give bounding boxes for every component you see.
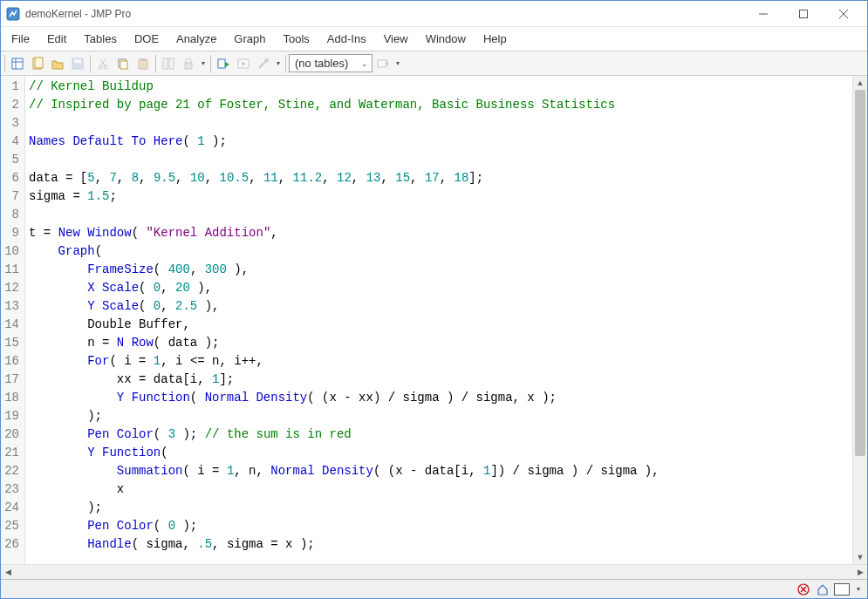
paste-icon[interactable] <box>133 54 153 73</box>
code-line[interactable] <box>29 114 852 133</box>
lock-icon[interactable] <box>179 54 198 73</box>
svg-rect-19 <box>140 58 146 61</box>
code-line[interactable]: Summation( i = 1, n, Normal Density( (x … <box>29 462 852 480</box>
maximize-button[interactable] <box>783 1 824 27</box>
line-number: 26 <box>1 535 19 554</box>
line-number: 19 <box>1 407 19 425</box>
line-number: 2 <box>1 96 19 114</box>
code-line[interactable] <box>29 206 852 224</box>
code-line[interactable]: ); <box>29 407 852 425</box>
code-line[interactable]: Handle( sigma, .5, sigma = x ); <box>29 535 852 554</box>
svg-rect-21 <box>169 58 174 69</box>
menu-tables[interactable]: Tables <box>75 29 126 49</box>
script-editor[interactable]: 1234567891011121314151617181920212223242… <box>1 76 867 564</box>
code-line[interactable]: FrameSize( 400, 300 ), <box>29 261 852 279</box>
svg-rect-9 <box>35 58 43 68</box>
code-line[interactable]: Pen Color( 3 ); // the sum is in red <box>29 425 852 444</box>
menu-view[interactable]: View <box>375 29 417 49</box>
svg-rect-23 <box>218 59 225 68</box>
scroll-left-arrow[interactable]: ◀ <box>1 565 15 580</box>
tables-combo-label: (no tables) <box>295 57 348 70</box>
copy-icon[interactable] <box>113 54 133 73</box>
line-number: 21 <box>1 444 19 462</box>
line-number-gutter: 1234567891011121314151617181920212223242… <box>1 76 25 564</box>
menu-addins[interactable]: Add-Ins <box>318 29 375 49</box>
code-line[interactable]: X Scale( 0, 20 ), <box>29 279 852 297</box>
code-line[interactable]: For( i = 1, i <= n, i++, <box>29 352 852 371</box>
code-line[interactable]: n = N Row( data ); <box>29 334 852 352</box>
svg-rect-11 <box>74 59 81 63</box>
menu-graph[interactable]: Graph <box>225 29 274 49</box>
menu-doe[interactable]: DOE <box>126 29 167 49</box>
svg-point-26 <box>242 62 245 65</box>
code-line[interactable]: x <box>29 480 852 499</box>
svg-line-27 <box>259 59 268 68</box>
line-number: 25 <box>1 517 19 535</box>
save-icon[interactable] <box>68 54 87 73</box>
titlebar: demoKernel - JMP Pro <box>1 1 867 27</box>
menu-edit[interactable]: Edit <box>38 29 75 49</box>
new-data-table-icon[interactable] <box>8 54 27 73</box>
stop-icon[interactable] <box>254 54 273 73</box>
close-button[interactable] <box>824 1 864 27</box>
svg-rect-20 <box>163 58 167 69</box>
window-list-icon[interactable] <box>834 583 850 596</box>
code-line[interactable]: Graph( <box>29 242 852 261</box>
line-number: 20 <box>1 425 19 444</box>
minimize-button[interactable] <box>743 1 783 27</box>
cut-icon[interactable] <box>93 54 113 73</box>
chevron-down-icon: ⌄ <box>361 59 368 68</box>
vertical-scrollbar[interactable]: ▲ ▼ <box>852 76 867 564</box>
tables-combo[interactable]: (no tables) ⌄ <box>289 54 372 72</box>
scroll-right-arrow[interactable]: ▶ <box>853 565 867 580</box>
code-line[interactable]: // Kernel Buildup <box>29 78 852 96</box>
line-number: 16 <box>1 352 19 371</box>
menu-analyze[interactable]: Analyze <box>167 29 225 49</box>
line-number: 4 <box>1 133 19 151</box>
line-number: 22 <box>1 462 19 480</box>
error-status-icon[interactable] <box>796 582 811 597</box>
run-script-icon[interactable] <box>214 54 233 73</box>
scroll-down-arrow[interactable]: ▼ <box>853 550 867 564</box>
code-content[interactable]: // Kernel Buildup// Inspired by page 21 … <box>25 76 852 564</box>
table-action-icon[interactable] <box>373 54 393 73</box>
code-line[interactable]: // Inspired by page 21 of Foster, Stine,… <box>29 96 852 114</box>
code-line[interactable] <box>29 151 852 169</box>
line-number: 15 <box>1 334 19 352</box>
code-line[interactable]: sigma = 1.5; <box>29 187 852 206</box>
code-line[interactable]: Pen Color( 0 ); <box>29 517 852 535</box>
code-line[interactable]: Names Default To Here( 1 ); <box>29 133 852 151</box>
open-icon[interactable] <box>48 54 67 73</box>
menu-help[interactable]: Help <box>475 29 516 49</box>
code-line[interactable]: data = [5, 7, 8, 9.5, 10, 10.5, 11, 11.2… <box>29 169 852 187</box>
code-line[interactable]: xx = data[i, 1]; <box>29 371 852 389</box>
code-line[interactable]: ); <box>29 499 852 517</box>
menu-window[interactable]: Window <box>417 29 475 49</box>
horizontal-scrollbar[interactable]: ◀ ▶ <box>1 564 867 579</box>
menu-file[interactable]: File <box>3 29 38 49</box>
code-line[interactable]: Double Buffer, <box>29 316 852 334</box>
debug-icon[interactable] <box>234 54 253 73</box>
scroll-up-arrow[interactable]: ▲ <box>853 76 867 90</box>
svg-rect-28 <box>378 60 386 67</box>
code-line[interactable]: t = New Window( "Kernel Addition", <box>29 224 852 242</box>
new-script-icon[interactable] <box>28 54 47 73</box>
toolbar-dropdown-arrow[interactable]: ▾ <box>199 54 208 73</box>
code-line[interactable]: Y Scale( 0, 2.5 ), <box>29 297 852 316</box>
line-number: 18 <box>1 389 19 407</box>
code-line[interactable]: Y Function( <box>29 444 852 462</box>
svg-point-12 <box>99 65 102 69</box>
toolbar: ▾ ▾ (no tables) ⌄ ▾ <box>1 51 867 76</box>
toolbar-separator <box>285 55 286 72</box>
home-icon[interactable] <box>815 582 830 597</box>
toolbar-dropdown-arrow[interactable]: ▾ <box>393 54 402 73</box>
code-line[interactable]: Y Function( Normal Density( (x - xx) / s… <box>29 389 852 407</box>
status-dropdown-arrow[interactable]: ▾ <box>853 585 864 593</box>
toolbar-separator <box>4 55 5 72</box>
svg-rect-22 <box>185 63 192 69</box>
stats-icon[interactable] <box>159 54 178 73</box>
scroll-thumb[interactable] <box>855 90 865 456</box>
svg-rect-5 <box>12 58 23 69</box>
menu-tools[interactable]: Tools <box>275 29 318 49</box>
toolbar-dropdown-arrow[interactable]: ▾ <box>274 54 283 73</box>
